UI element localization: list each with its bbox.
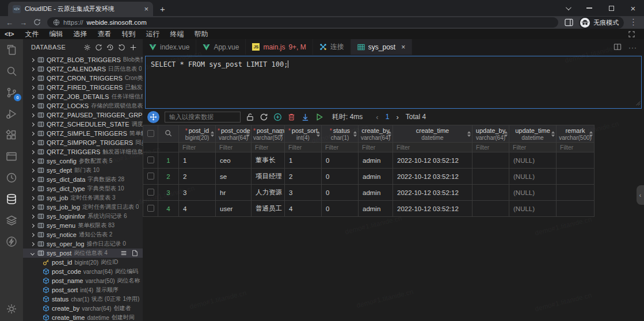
column-header[interactable]: post_id bigint(20) (179, 125, 216, 143)
filter-cell[interactable]: Filter (509, 143, 557, 152)
filter-cell[interactable]: Filter (285, 143, 322, 152)
move-button[interactable] (147, 111, 159, 123)
layers-icon[interactable] (5, 214, 18, 227)
table-tree-item[interactable]: sys_logininfor 系统访问记录 6 (23, 212, 143, 221)
cell-post_id[interactable]: 4 (179, 201, 216, 217)
field-tree-item[interactable]: post_id bigint(20) 岗位ID (23, 258, 143, 267)
incognito-badge[interactable]: 无痕模式 (579, 17, 624, 29)
menu-item[interactable]: 转到 (117, 29, 141, 39)
cell-create_time[interactable]: 2022-10-12 03:52:12 (393, 169, 472, 185)
cell-remark[interactable] (557, 169, 595, 185)
filter-cell[interactable]: Filter (179, 143, 216, 152)
field-tree-item[interactable]: post_name varchar(50) 岗位名称 (23, 276, 143, 285)
database-icon[interactable] (5, 193, 18, 205)
column-header[interactable]: status char(1) (322, 125, 359, 143)
table-tree-item[interactable]: QRTZ_BLOB_TRIGGERS Blob类型的... (23, 55, 143, 64)
history-icon[interactable] (106, 44, 114, 51)
delete-row-icon[interactable] (287, 113, 296, 121)
resize-grip[interactable] (635, 100, 641, 108)
field-tree-item[interactable]: status char(1) 状态 (0正常 1停用) (23, 295, 143, 304)
filter-cell[interactable]: Filter (472, 143, 509, 152)
row-checkbox[interactable] (143, 185, 158, 201)
forward-button[interactable]: → (20, 19, 27, 26)
cell-create_time[interactable]: 2022-10-12 03:52:12 (393, 152, 472, 169)
refresh-icon[interactable] (118, 44, 125, 51)
row-number[interactable]: 2 (158, 169, 179, 185)
list-icon[interactable] (120, 250, 127, 257)
search-input[interactable] (165, 112, 241, 123)
cell-create_by[interactable]: admin (359, 185, 393, 201)
cell-remark[interactable] (557, 152, 595, 169)
next-page-icon[interactable] (396, 113, 398, 121)
row-number[interactable]: 4 (158, 201, 179, 217)
filter-cell[interactable]: Filter (322, 143, 359, 152)
table-tree-item[interactable]: QRTZ_CALENDARS 日历信息表 0 (23, 64, 143, 74)
site-info-icon[interactable] (53, 19, 60, 26)
filter-cell[interactable]: Filter (216, 143, 251, 152)
column-header[interactable]: update_by varchar(64) (472, 125, 509, 143)
download-icon[interactable] (301, 113, 310, 121)
cell-create_by[interactable]: admin (359, 169, 393, 185)
table-tree-item[interactable]: sys_config 参数配置表 5 (23, 156, 143, 166)
table-tree-item-selected[interactable]: sys_post 岗位信息表 4 (23, 249, 143, 258)
sort-icon[interactable] (589, 131, 593, 137)
new-file-icon[interactable] (131, 250, 138, 257)
reload-button[interactable] (33, 18, 41, 27)
extensions-icon[interactable] (5, 129, 18, 142)
menu-item[interactable]: 选择 (68, 29, 93, 39)
row-search-header[interactable] (158, 125, 179, 143)
menu-item[interactable]: 文件 (20, 29, 44, 39)
sort-icon[interactable] (317, 131, 320, 137)
table-tree-item[interactable]: QRTZ_CRON_TRIGGERS Cron类型... (23, 74, 143, 83)
run-debug-icon[interactable] (5, 108, 18, 120)
sql-editor[interactable]: SELECT * FROM sys_post LIMIT 100; (145, 56, 642, 109)
menu-item[interactable]: 查看 (93, 29, 117, 39)
cell-post_sort[interactable]: 1 (285, 152, 322, 169)
cell-post_code[interactable]: user (216, 201, 251, 217)
select-all-checkbox[interactable] (143, 125, 158, 143)
table-tree-item[interactable]: sys_job 定时任务调度表 3 (23, 193, 143, 202)
table-tree-item[interactable]: QRTZ_SCHEDULER_STATE 调度器状... (23, 120, 143, 129)
search-icon[interactable] (5, 65, 18, 78)
cell-status[interactable]: 0 (322, 169, 359, 185)
cell-post_id[interactable]: 1 (179, 152, 216, 169)
cell-post_name[interactable]: 人力资源 (251, 185, 285, 201)
run-query-icon[interactable] (315, 113, 323, 121)
split-editor-icon[interactable] (613, 43, 622, 51)
sort-icon[interactable] (246, 131, 250, 137)
add-row-icon[interactable] (273, 113, 282, 121)
cell-create_time[interactable]: 2022-10-12 03:52:12 (393, 185, 472, 201)
browser-preview-icon[interactable] (5, 150, 18, 163)
column-header[interactable]: post_sort int(4) (285, 125, 322, 143)
table-tree-item[interactable]: QRTZ_FIRED_TRIGGERS 已触发的触... (23, 83, 143, 92)
tab-close-icon[interactable] (401, 43, 405, 51)
sync-icon[interactable] (95, 44, 102, 51)
cell-update_by[interactable] (472, 152, 509, 169)
field-tree-item[interactable]: create_time datetime 创建时间 (23, 313, 143, 321)
cell-post_code[interactable]: ceo (216, 152, 251, 169)
table-tree-item[interactable]: QRTZ_PAUSED_TRIGGER_GRPS 暂... (23, 110, 143, 120)
window-menu-button[interactable] (557, 0, 578, 16)
cell-post_name[interactable]: 董事长 (251, 152, 285, 169)
table-tree-item[interactable]: QRTZ_SIMPLE_TRIGGERS 简单触发... (23, 129, 143, 138)
cell-post_sort[interactable]: 4 (285, 201, 322, 217)
table-tree-item[interactable]: sys_menu 菜单权限表 83 (23, 221, 143, 230)
table-tree-item[interactable]: QRTZ_LOCKS 存储的悲观锁信息表 2 (23, 101, 143, 110)
cell-post_sort[interactable]: 3 (285, 185, 322, 201)
table-tree-item[interactable]: sys_oper_log 操作日志记录 0 (23, 239, 143, 249)
cell-status[interactable]: 0 (322, 185, 359, 201)
table-tree-item[interactable]: sys_dict_type 字典类型表 10 (23, 184, 143, 193)
table-tree-item[interactable]: QRTZ_SIMPROP_TRIGGERS 同步机... (23, 138, 143, 147)
source-control-icon[interactable]: 6 (5, 86, 18, 99)
field-tree-item[interactable]: post_code varchar(64) 岗位编码 (23, 267, 143, 276)
cell-post_sort[interactable]: 2 (285, 169, 322, 185)
table-tree-item[interactable]: sys_dict_data 字典数据表 28 (23, 175, 143, 184)
tab-index-vue[interactable]: index.vue (143, 39, 196, 55)
cell-remark[interactable] (557, 185, 595, 201)
menu-item[interactable]: 终端 (165, 29, 189, 39)
column-header[interactable]: create_by varchar(64) (359, 125, 393, 143)
column-header[interactable]: post_name varchar(50) (251, 125, 285, 143)
add-connection-icon[interactable] (129, 44, 137, 51)
cell-update_by[interactable] (472, 169, 509, 185)
table-tree-item[interactable]: QRTZ_TRIGGERS 触发器详细信息表 3 (23, 147, 143, 156)
